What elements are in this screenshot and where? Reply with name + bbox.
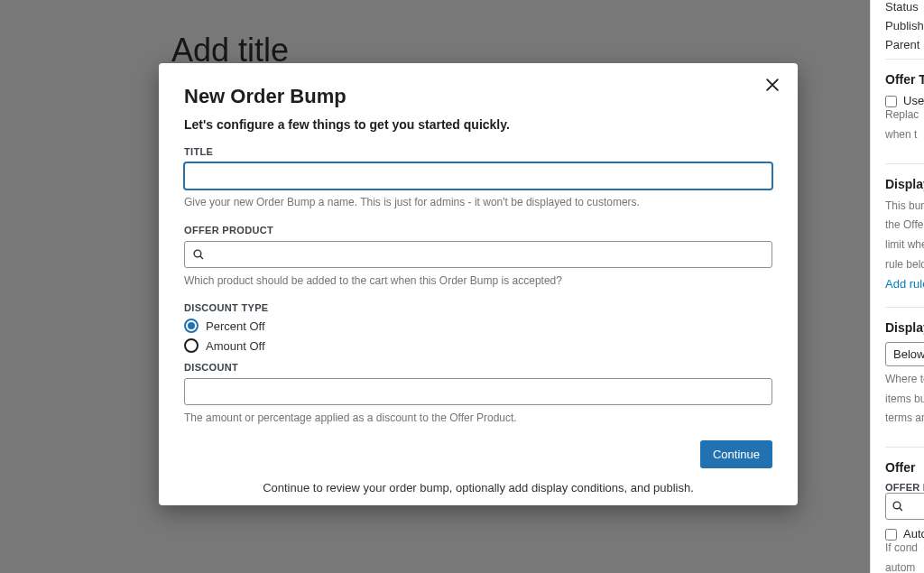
discount-type-amount-radio[interactable]: Amount Off (184, 338, 772, 353)
modal-subtitle: Let's configure a few things to get you … (184, 117, 772, 132)
discount-input[interactable] (184, 378, 772, 405)
offer-product-label: OFFER PRODUCT (184, 225, 772, 236)
checkbox-input[interactable] (885, 529, 897, 541)
offer-panel: Offer OFFER PRO Auto A If cond autom the… (885, 447, 924, 573)
radio-icon (184, 338, 199, 353)
radio-label: Percent Off (206, 319, 265, 333)
sidebar-publish-label[interactable]: Publish (885, 19, 924, 32)
close-button[interactable] (763, 76, 785, 97)
offer-product-text[interactable] (210, 247, 764, 261)
search-icon (892, 500, 904, 513)
offer-type-panel: Offer Type Use O Replac when t (885, 59, 924, 156)
settings-sidebar: Status Publish Parent Offer Type Use O R… (870, 0, 924, 573)
display-location-panel: Display Lo Below Ca Where to c items bun… (885, 307, 924, 439)
checkbox-input[interactable] (885, 96, 897, 107)
continue-button[interactable]: Continue (700, 440, 772, 468)
add-rule-link[interactable]: Add rule (885, 277, 924, 291)
display-conditions-panel: Display C This bump the Offer I limit wh… (885, 163, 924, 300)
display-location-select[interactable]: Below Ca (885, 342, 924, 366)
radio-icon (184, 319, 199, 333)
offer-product-input[interactable] (184, 241, 772, 268)
discount-helper-text: The amount or percentage applied as a di… (184, 411, 772, 426)
offer-type-title: Offer Type (885, 72, 924, 87)
close-icon (763, 76, 781, 94)
offer-title: Offer (885, 460, 924, 475)
display-location-title: Display Lo (885, 320, 924, 335)
sidebar-status-label: Status (885, 0, 924, 14)
offer-product-helper-text: Which product should be added to the car… (184, 274, 772, 289)
modal-footer-note: Continue to review your order bump, opti… (184, 481, 772, 494)
title-input[interactable] (184, 162, 772, 189)
title-helper-text: Give your new Order Bump a name. This is… (184, 196, 772, 210)
modal-heading: New Order Bump (184, 85, 772, 108)
title-field-label: TITLE (184, 146, 772, 157)
discount-label: DISCOUNT (184, 362, 772, 373)
offer-pro-sublabel: OFFER PRO (885, 482, 924, 493)
new-order-bump-modal: New Order Bump Let's configure a few thi… (159, 63, 798, 505)
discount-type-label: DISCOUNT TYPE (184, 302, 772, 313)
display-conditions-title: Display C (885, 177, 924, 191)
offer-product-sidebar-search[interactable] (885, 493, 924, 520)
radio-label: Amount Off (206, 339, 265, 353)
sidebar-parent-label[interactable]: Parent (885, 38, 924, 51)
search-icon (192, 248, 205, 261)
auto-checkbox[interactable]: Auto A (885, 527, 924, 541)
discount-type-percent-radio[interactable]: Percent Off (184, 319, 772, 333)
offer-type-use-checkbox[interactable]: Use O (885, 94, 924, 107)
